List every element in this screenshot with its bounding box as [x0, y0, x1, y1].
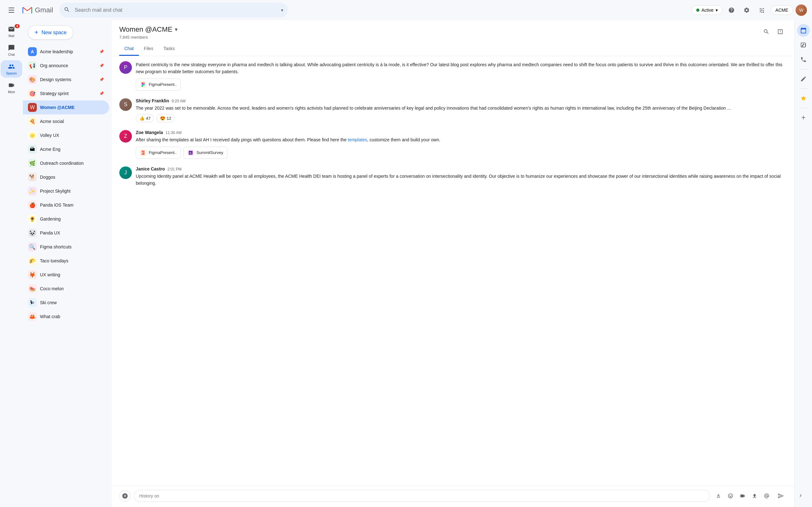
calendar-icon-button[interactable]	[797, 24, 810, 37]
emoji-icon[interactable]	[725, 491, 736, 501]
pencil-icon-button[interactable]	[797, 72, 810, 85]
space-item-acme-leadership[interactable]: A Acme leadership 📌	[23, 45, 109, 59]
attachment-figma-2[interactable]: F FigmaPresent..	[136, 147, 181, 159]
new-space-button[interactable]: + New space	[28, 25, 73, 40]
space-item-volley-ux[interactable]: 🌟 Volley UX	[23, 128, 109, 142]
tab-chat[interactable]: Chat	[119, 43, 139, 56]
space-emoji: ⛷	[28, 298, 37, 307]
msg-attachments-zoe: F FigmaPresent.. SummitSurvey	[136, 147, 786, 159]
sidebar-item-chat[interactable]: Chat	[1, 42, 22, 59]
attachment-survey[interactable]: SummitSurvey	[183, 147, 227, 159]
search-dropdown-icon[interactable]: ▾	[281, 8, 283, 13]
space-item-gardening[interactable]: 🌻 Gardening	[23, 212, 109, 226]
space-item-ski-crew[interactable]: ⛷ Ski crew	[23, 296, 109, 309]
expand-arrow[interactable]	[796, 491, 806, 501]
space-item-panda-ios[interactable]: 🍎 Panda iOS Team	[23, 198, 109, 212]
space-item-coco-melon[interactable]: 🍉 Coco melon	[23, 282, 109, 296]
space-emoji: 🏔	[28, 145, 37, 154]
sidebar-item-meet[interactable]: Meet	[1, 79, 22, 96]
msg-time: 11:30 AM	[165, 130, 182, 135]
msg-header-zoe: Zoe Wangela 11:30 AM	[136, 130, 786, 135]
space-item-what-crab[interactable]: 🦀 What crab	[23, 309, 109, 324]
upload-icon[interactable]	[749, 491, 760, 501]
meet-icon	[8, 81, 15, 89]
add-icon-button[interactable]	[797, 111, 810, 124]
space-name: Design systems	[40, 77, 96, 82]
content-header-inner: Women @ACME ▾ 7,845 members	[119, 25, 786, 43]
msg-avatar-1: P	[119, 61, 132, 74]
right-divider-3	[800, 108, 807, 108]
space-name: Acme Eng	[40, 147, 104, 152]
space-emoji: 🔍	[28, 242, 37, 251]
space-name: Acme social	[40, 119, 104, 124]
right-sidebar	[794, 20, 812, 507]
status-label: Active	[701, 8, 713, 13]
space-name: Doggos	[40, 175, 104, 180]
space-emoji: ✨	[28, 187, 37, 195]
msg-avatar-janice: J	[119, 166, 132, 179]
gmail-text: Gmail	[35, 6, 53, 14]
attachment-figma-1[interactable]: FigmaPresent..	[136, 78, 181, 91]
settings-button[interactable]	[740, 4, 753, 16]
reaction-thumbsup[interactable]: 👍 47	[136, 114, 154, 122]
space-item-acme-eng[interactable]: 🏔 Acme Eng	[23, 142, 109, 156]
header-expand-button[interactable]	[774, 25, 786, 38]
phone-icon-button[interactable]	[797, 53, 810, 66]
space-emoji: 🌿	[28, 159, 37, 168]
sidebar-item-mail[interactable]: 4 Mail	[1, 23, 22, 40]
msg-body-shirley: Shirley Franklin 9:20 AM The year 2022 w…	[136, 98, 786, 122]
space-item-strategy-sprint[interactable]: 🎯 Strategy sprint 📌	[23, 87, 109, 101]
space-emoji: 🍕	[28, 117, 37, 126]
space-emoji: 🦀	[28, 312, 37, 321]
mention-icon[interactable]	[761, 491, 772, 501]
tab-files[interactable]: Files	[139, 43, 159, 56]
message-shirley: S Shirley Franklin 9:20 AM The year 2022…	[119, 98, 786, 122]
attachment-name: FigmaPresent..	[149, 82, 177, 87]
add-attachment-button[interactable]	[119, 490, 131, 502]
sidebar-item-spaces[interactable]: Spaces	[1, 60, 22, 78]
space-name: Coco melon	[40, 286, 104, 291]
search-input[interactable]	[59, 3, 288, 17]
send-button[interactable]	[775, 490, 786, 502]
video-icon[interactable]	[737, 491, 748, 501]
space-name: Org announce	[40, 63, 96, 68]
help-button[interactable]	[725, 4, 738, 16]
space-item-women-acme[interactable]: W Women @ACME	[23, 101, 109, 114]
space-item-taco-tuesdays[interactable]: 🌮 Taco tuesdays	[23, 254, 109, 268]
space-name: Volley UX	[40, 133, 104, 138]
status-button[interactable]: Active ▾	[692, 5, 722, 15]
space-item-project-skylight[interactable]: ✨ Project Skylight	[23, 184, 109, 198]
message-1: P Patient centricity is the new strategy…	[119, 61, 786, 91]
space-title-dropdown-icon[interactable]: ▾	[175, 26, 177, 33]
space-members: 7,845 members	[119, 35, 177, 40]
space-title-section: Women @ACME ▾ 7,845 members	[119, 25, 177, 43]
space-item-panda-ux[interactable]: 🐼 Panda UX	[23, 226, 109, 240]
space-item-acme-social[interactable]: 🍕 Acme social	[23, 114, 109, 128]
tasks-icon-button[interactable]	[797, 39, 810, 51]
space-item-outreach[interactable]: 🌿 Outreach coordination	[23, 156, 109, 170]
templates-link[interactable]: templates	[348, 137, 367, 142]
pin-icon: 📌	[99, 63, 104, 68]
space-name: UX writing	[40, 272, 104, 277]
avatar[interactable]: W	[796, 4, 807, 16]
space-item-design-systems[interactable]: 🎨 Design systems 📌	[23, 72, 109, 87]
hamburger-menu[interactable]	[5, 4, 18, 16]
tab-tasks[interactable]: Tasks	[158, 43, 180, 56]
space-item-figma-shortcuts[interactable]: 🔍 Figma shortcuts	[23, 240, 109, 254]
space-item-ux-writing[interactable]: 🦊 UX writing	[23, 268, 109, 282]
reaction-heart-eyes[interactable]: 😍 12	[156, 114, 174, 122]
space-item-doggos[interactable]: 🐕 Doggos	[23, 170, 109, 184]
acme-button[interactable]: ACME	[771, 5, 793, 15]
space-name: Gardening	[40, 216, 104, 222]
format-text-icon[interactable]	[713, 491, 724, 501]
space-name: Taco tuesdays	[40, 258, 104, 263]
star-icon-button[interactable]	[797, 92, 810, 105]
reaction-emoji: 😍	[160, 116, 165, 121]
pin-icon: 📌	[99, 49, 104, 54]
sidebar-spaces-label: Spaces	[6, 72, 16, 75]
avatar-circle: P	[119, 61, 132, 74]
apps-button[interactable]	[756, 4, 768, 16]
message-input[interactable]	[134, 490, 710, 502]
space-item-org-announce[interactable]: 📢 Org announce 📌	[23, 59, 109, 72]
header-search-button[interactable]	[760, 25, 773, 38]
